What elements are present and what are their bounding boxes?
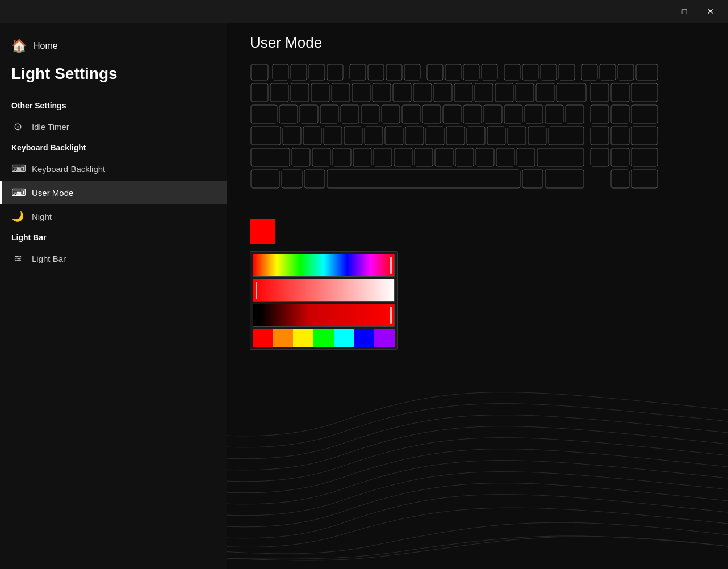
svg-rect-17 <box>581 64 597 80</box>
svg-rect-58 <box>631 105 658 123</box>
svg-rect-11 <box>463 64 479 80</box>
svg-rect-100 <box>611 170 629 188</box>
svg-rect-20 <box>636 64 658 80</box>
svg-rect-27 <box>373 83 391 102</box>
light-bar-icon: ≋ <box>11 252 24 265</box>
svg-rect-69 <box>467 127 485 145</box>
sidebar-item-night[interactable]: 🌙 Night <box>0 204 227 228</box>
svg-rect-55 <box>566 105 584 123</box>
svg-rect-88 <box>496 148 514 166</box>
svg-rect-91 <box>591 148 609 166</box>
preset-blue[interactable] <box>354 329 375 347</box>
svg-rect-53 <box>525 105 543 123</box>
preset-cyan[interactable] <box>334 329 354 347</box>
app-container: 🏠 Home Light Settings Other Settings ⊙ I… <box>0 23 728 569</box>
brightness-indicator <box>390 307 392 324</box>
app-title: Light Settings <box>0 65 227 97</box>
svg-rect-54 <box>545 105 563 123</box>
svg-rect-41 <box>279 105 298 123</box>
svg-rect-45 <box>361 105 379 123</box>
svg-rect-51 <box>484 105 502 123</box>
svg-rect-62 <box>324 127 342 145</box>
preset-orange[interactable] <box>273 329 294 347</box>
svg-rect-66 <box>405 127 424 145</box>
svg-rect-50 <box>463 105 482 123</box>
window-controls: — □ ✕ <box>645 3 723 20</box>
svg-rect-82 <box>374 148 392 166</box>
svg-rect-64 <box>365 127 383 145</box>
user-mode-icon: ⌨ <box>11 186 24 199</box>
svg-rect-0 <box>251 64 268 80</box>
svg-rect-15 <box>541 64 557 80</box>
preset-red[interactable] <box>253 329 273 347</box>
svg-rect-93 <box>631 148 658 166</box>
page-title: User Mode <box>250 34 705 52</box>
svg-rect-81 <box>353 148 371 166</box>
color-picker-panel <box>250 251 398 350</box>
svg-rect-85 <box>435 148 453 166</box>
svg-rect-84 <box>415 148 433 166</box>
sidebar-item-light-bar[interactable]: ≋ Light Bar <box>0 246 227 270</box>
brightness-slider[interactable] <box>253 304 395 327</box>
svg-rect-75 <box>611 127 629 145</box>
svg-rect-72 <box>528 127 546 145</box>
svg-rect-10 <box>445 64 461 80</box>
svg-rect-83 <box>394 148 412 166</box>
svg-rect-16 <box>559 64 575 80</box>
svg-rect-34 <box>516 83 534 102</box>
svg-rect-13 <box>504 64 520 80</box>
svg-rect-71 <box>508 127 526 145</box>
preset-green[interactable] <box>313 329 334 347</box>
keyboard-container <box>250 63 705 202</box>
maximize-button[interactable]: □ <box>671 3 697 20</box>
svg-rect-9 <box>427 64 443 80</box>
svg-rect-65 <box>385 127 403 145</box>
svg-rect-24 <box>311 83 329 102</box>
sidebar-item-user-mode[interactable]: ⌨ User Mode <box>0 181 227 204</box>
preset-colors <box>253 329 395 347</box>
svg-rect-97 <box>327 170 520 188</box>
hue-indicator <box>390 257 392 274</box>
saturation-slider[interactable] <box>253 279 395 302</box>
svg-rect-86 <box>455 148 474 166</box>
svg-rect-77 <box>251 148 290 166</box>
color-preview[interactable] <box>250 219 275 244</box>
minimize-button[interactable]: — <box>645 3 671 20</box>
sidebar-item-idle-timer[interactable]: ⊙ Idle Timer <box>0 115 227 139</box>
svg-rect-43 <box>320 105 338 123</box>
svg-rect-22 <box>270 83 288 102</box>
section-light-bar: Light Bar <box>0 228 227 246</box>
svg-rect-23 <box>291 83 309 102</box>
main-content: User Mode <box>227 23 728 569</box>
preset-purple[interactable] <box>374 329 395 347</box>
svg-rect-67 <box>426 127 444 145</box>
svg-rect-21 <box>251 83 268 102</box>
night-label: Night <box>32 212 52 221</box>
svg-rect-2 <box>291 64 307 80</box>
preset-yellow[interactable] <box>293 329 313 347</box>
svg-rect-18 <box>600 64 616 80</box>
svg-rect-38 <box>611 83 629 102</box>
svg-rect-29 <box>413 83 432 102</box>
close-button[interactable]: ✕ <box>697 3 723 20</box>
svg-rect-46 <box>382 105 400 123</box>
idle-timer-icon: ⊙ <box>11 120 24 133</box>
svg-rect-37 <box>591 83 609 102</box>
svg-rect-42 <box>300 105 318 123</box>
keyboard-backlight-icon: ⌨ <box>11 162 24 175</box>
svg-rect-28 <box>393 83 411 102</box>
saturation-indicator <box>256 282 257 299</box>
svg-rect-70 <box>487 127 505 145</box>
svg-rect-90 <box>537 148 584 166</box>
home-icon: 🏠 <box>11 39 27 53</box>
hue-slider[interactable] <box>253 254 395 277</box>
svg-rect-56 <box>591 105 609 123</box>
home-link[interactable]: 🏠 Home <box>0 34 227 65</box>
sidebar-item-keyboard-backlight[interactable]: ⌨ Keyboard Backlight <box>0 157 227 181</box>
svg-rect-49 <box>443 105 461 123</box>
night-icon: 🌙 <box>11 210 24 223</box>
svg-rect-89 <box>517 148 535 166</box>
svg-rect-39 <box>631 83 658 102</box>
svg-rect-78 <box>292 148 310 166</box>
svg-rect-99 <box>545 170 584 188</box>
